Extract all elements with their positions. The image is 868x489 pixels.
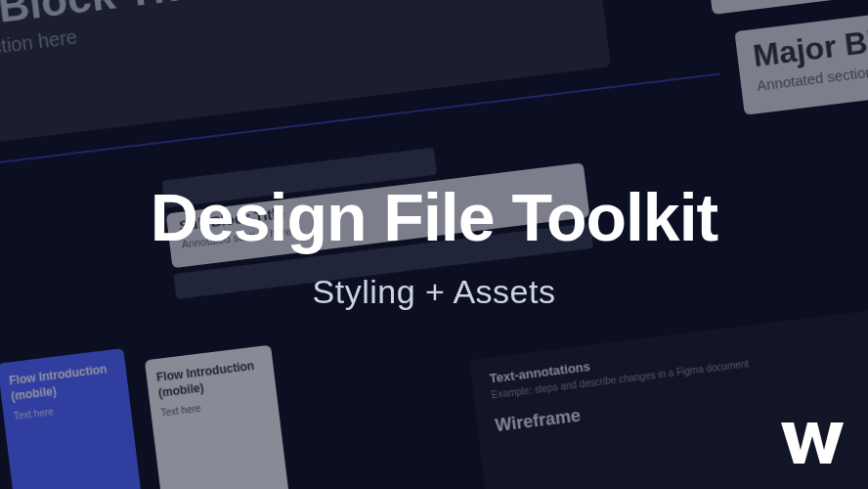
hero-title: Design File Toolkit <box>151 179 717 255</box>
hero: Design File Toolkit Styling + Assets <box>0 0 868 489</box>
w-logo-icon <box>778 417 846 469</box>
hero-subtitle: Styling + Assets <box>313 273 556 311</box>
logo-w <box>778 417 846 473</box>
